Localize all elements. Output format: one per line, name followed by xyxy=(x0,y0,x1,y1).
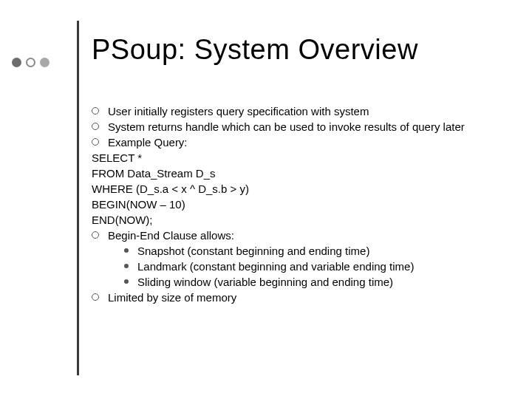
filled-circle-icon xyxy=(124,248,129,253)
bullet-level-1: User initially registers query specifica… xyxy=(92,103,502,119)
hollow-circle-icon xyxy=(92,138,99,146)
code-line: WHERE (D_s.a < x ^ D_s.b > y) xyxy=(92,181,502,197)
code-line: BEGIN(NOW – 10) xyxy=(92,197,502,212)
dot-icon xyxy=(40,58,50,67)
hollow-circle-icon xyxy=(92,123,99,130)
code-line: END(NOW); xyxy=(92,212,502,228)
bullet-text: Limited by size of memory xyxy=(108,290,502,305)
bullet-level-1: System returns handle which can be used … xyxy=(92,119,502,134)
hollow-circle-icon xyxy=(92,231,99,239)
hollow-circle-icon xyxy=(92,293,99,301)
filled-circle-icon xyxy=(124,279,129,284)
hollow-circle-icon xyxy=(92,107,99,115)
decorative-dots xyxy=(12,58,50,67)
bullet-text: User initially registers query specifica… xyxy=(108,103,502,119)
bullet-text: Landmark (constant beginning and variabl… xyxy=(137,259,502,274)
filled-circle-icon xyxy=(124,264,129,268)
vertical-divider xyxy=(77,21,79,375)
bullet-level-2: Sliding window (variable beginning and e… xyxy=(92,274,502,290)
bullet-text: Snapshot (constant beginning and ending … xyxy=(137,243,502,259)
bullet-level-2: Landmark (constant beginning and variabl… xyxy=(92,259,502,274)
bullet-text: System returns handle which can be used … xyxy=(108,119,502,134)
bullet-text: Begin-End Clause allows: xyxy=(108,228,502,243)
code-line: SELECT * xyxy=(92,150,502,166)
slide: PSoup: System Overview User initially re… xyxy=(0,0,532,399)
dot-icon xyxy=(26,58,35,67)
bullet-level-1: Limited by size of memory xyxy=(92,290,502,305)
dot-icon xyxy=(12,58,21,67)
bullet-level-2: Snapshot (constant beginning and ending … xyxy=(92,243,502,259)
code-line: FROM Data_Stream D_s xyxy=(92,166,502,181)
slide-body: User initially registers query specifica… xyxy=(92,103,502,305)
bullet-level-1: Begin-End Clause allows: xyxy=(92,228,502,243)
bullet-text: Example Query: xyxy=(108,134,502,150)
bullet-level-1: Example Query: xyxy=(92,134,502,150)
bullet-text: Sliding window (variable beginning and e… xyxy=(137,274,502,290)
slide-title: PSoup: System Overview xyxy=(92,34,418,66)
